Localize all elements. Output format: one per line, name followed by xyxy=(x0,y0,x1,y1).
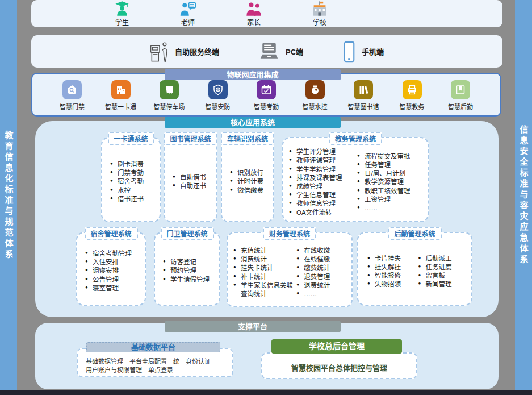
list-item: 刷卡消费 xyxy=(110,160,156,169)
water-control-icon xyxy=(305,80,325,99)
list-item: 教学资源管理 xyxy=(357,178,425,186)
system-title: 教务管理系统 xyxy=(329,132,382,145)
list-item: 缴费统计 xyxy=(296,264,349,272)
list-item: 借书还书 xyxy=(110,195,156,203)
logistics-icon xyxy=(451,80,470,99)
list-item: 退费管理 xyxy=(296,273,349,281)
list-item: 失物招领 xyxy=(367,280,418,289)
list-item: 自助借书 xyxy=(173,173,213,182)
right-strip-label: 信息安全标准与容灾应急体系 xyxy=(518,125,530,265)
iot-item-label: 智慧停车场 xyxy=(154,102,185,111)
terminal-kiosk: 自助服务终端 xyxy=(149,41,219,63)
terminals-row: 自助服务终端 PC端 手机端 xyxy=(31,35,502,68)
list-item: 日/周、月计划 xyxy=(357,169,425,178)
iot-item-onecard: 智慧一卡通 xyxy=(100,80,141,115)
list-item: 补卡统计 xyxy=(233,273,296,281)
terminal-pc: PC端 xyxy=(258,42,303,61)
school-admin-banner: 学校总后台管理 xyxy=(271,339,402,354)
support-section-banner: 支撑平台 xyxy=(165,321,341,332)
base-data-platform-banner: 基础数据平台 xyxy=(86,342,220,352)
system-library: 图书管理系统 自助借书 自助还书 xyxy=(164,137,217,222)
list-item: 在线收缴 xyxy=(296,247,349,255)
list-item: 学生家长信息关联查询统计 xyxy=(233,281,296,298)
list-item: 卡片挂失 xyxy=(367,255,418,263)
list-item: 成绩管理 xyxy=(289,182,357,191)
iot-item-access-control: 智慧门禁 xyxy=(52,80,93,115)
iot-item-security: 智慧安防 xyxy=(198,80,238,115)
list-item: …… xyxy=(357,204,425,213)
system-title: 后勤管理系统 xyxy=(388,227,441,240)
list-item: 公告管理 xyxy=(85,276,141,284)
list-item: 在线催缴 xyxy=(296,255,349,264)
list-item: 教师评课管理 xyxy=(289,156,357,165)
system-title: 财务管理系统 xyxy=(263,227,316,240)
system-gate-guard: 门卫管理系统 访客登记 预约管理 学生请假管理 xyxy=(154,232,220,306)
list-item: 调寝安排 xyxy=(85,267,141,275)
list-item: 充值统计 xyxy=(233,247,296,255)
parents-icon xyxy=(245,1,262,16)
system-vehicle: 车辆识别系统 识别放行 计时计费 微信缴费 xyxy=(221,137,274,222)
list-item: 退费统计 xyxy=(296,281,349,290)
iot-section-banner: 物联网应用集成 xyxy=(165,69,341,80)
base-platform-line1: 基础数据管理 平台全局配置 统一身份认证 xyxy=(86,357,232,366)
list-item: 流程提交及审批 xyxy=(357,152,425,161)
school-admin-box: 智慧校园平台总体把控与管理 xyxy=(261,352,417,379)
iot-item-library: 智慧图书馆 xyxy=(343,80,384,115)
users-row: 学生 老师 家长 xyxy=(31,0,502,27)
system-title: 门卫管理系统 xyxy=(160,227,213,240)
list-item: 访客登记 xyxy=(163,258,216,267)
list-item: 学生信息管理 xyxy=(289,191,357,199)
list-item: 新闻管理 xyxy=(418,280,470,289)
teacher-icon xyxy=(179,1,196,16)
user-label: 学生 xyxy=(115,17,129,27)
security-icon xyxy=(208,80,228,99)
iot-item-parking: 智慧停车场 xyxy=(149,80,190,115)
list-item: 挂失卡统计 xyxy=(233,264,296,272)
system-dormitory: 宿舍管理系统 宿舍考勤管理 入住安排 调寝安排 公告管理 寝室管理 xyxy=(76,232,146,306)
left-standard-strip: 教育信息化标准与规范体系 xyxy=(0,0,17,390)
list-item: 微信缴费 xyxy=(230,186,270,195)
system-onecard: 一卡通系统 刷卡消费 门禁考勤 宿舍考勤 水控 借书还书 xyxy=(101,137,161,222)
school-admin-description: 智慧校园平台总体把控与管理 xyxy=(262,354,416,378)
right-standard-strip: 信息安全标准与容灾应急体系 xyxy=(515,0,532,390)
list-item: 智能报修 xyxy=(367,272,418,280)
access-control-icon xyxy=(62,80,82,99)
list-item: 教师信息管理 xyxy=(289,199,357,208)
left-strip-label: 教育信息化标准与规范体系 xyxy=(3,131,15,260)
iot-item-label: 智慧图书馆 xyxy=(348,102,379,111)
iot-item-label: 智慧水控 xyxy=(303,102,328,111)
user-school: 学校 xyxy=(301,1,338,27)
iot-item-academic: 智慧教务 xyxy=(392,80,433,115)
library-icon xyxy=(354,80,373,99)
kiosk-icon xyxy=(149,41,170,63)
list-item: 识别放行 xyxy=(230,169,270,177)
list-item: 学生请假管理 xyxy=(163,276,216,284)
user-student: 学生 xyxy=(104,1,140,27)
list-item: 学生学籍管理 xyxy=(289,165,357,174)
user-teacher: 老师 xyxy=(170,1,206,27)
terminal-mobile: 手机端 xyxy=(342,41,384,63)
iot-item-label: 智慧安防 xyxy=(206,102,231,111)
core-section-banner: 核心应用系统 xyxy=(165,117,341,128)
terminal-label: PC端 xyxy=(286,46,303,57)
student-icon xyxy=(114,1,130,16)
list-item: 学生评分管理 xyxy=(289,148,357,156)
list-item: 宿舍考勤 xyxy=(110,177,156,186)
list-item: 任务管理 xyxy=(357,161,425,169)
system-logistics: 后勤管理系统 卡片挂失 挂失解挂 智能报修 失物招领 后勤派工 任务进度 留言板… xyxy=(357,232,472,306)
iot-item-logistics: 智慧后勤 xyxy=(440,80,481,115)
list-item: 挂失解挂 xyxy=(367,263,418,272)
terminal-label: 手机端 xyxy=(362,46,384,57)
iot-item-label: 智慧教务 xyxy=(400,102,425,111)
list-item: 入住安排 xyxy=(85,258,141,267)
iot-item-attendance: 智慧考勤 xyxy=(246,80,287,115)
list-item: 门禁考勤 xyxy=(110,169,156,177)
list-item: …… xyxy=(296,290,349,298)
system-title: 一卡通系统 xyxy=(107,132,154,145)
list-item: 工资管理 xyxy=(357,196,425,204)
system-academic-affairs: 教务管理系统 学生评分管理 教师评课管理 学生学籍管理 排课及课表管理 成绩管理… xyxy=(282,137,429,222)
system-title: 宿舍管理系统 xyxy=(84,227,137,240)
user-label: 老师 xyxy=(181,17,195,27)
user-label: 学校 xyxy=(313,17,326,27)
list-item: OA文件流转 xyxy=(289,209,357,217)
